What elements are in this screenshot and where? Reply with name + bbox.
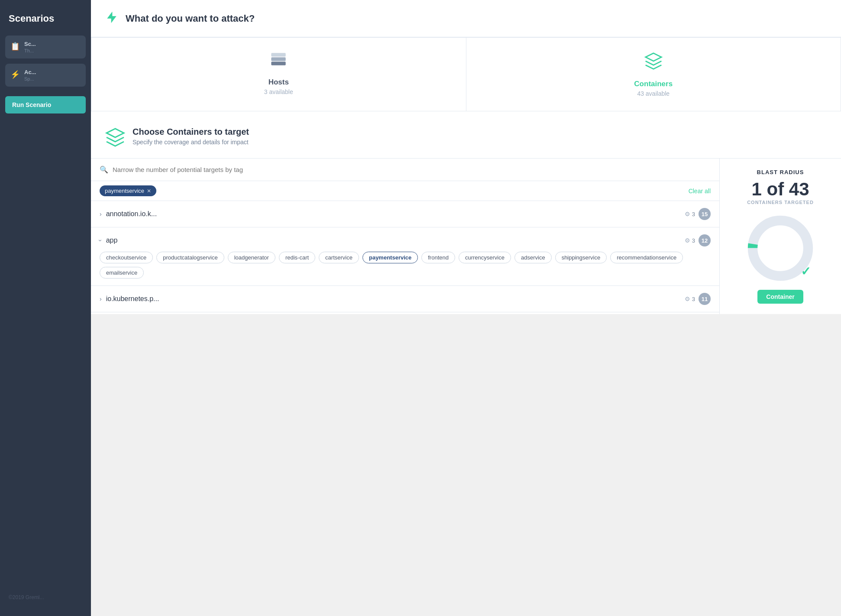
gear-meta-annotation: ⚙ 3 (685, 211, 695, 217)
choose-subtitle: Specify the coverage and details for imp… (133, 139, 249, 146)
gear-count-annotation: 3 (692, 211, 695, 217)
sidebar-card-scenarios[interactable]: 📋 Sc... Th... (5, 36, 86, 58)
sidebar-card-sub-2: Sp... (24, 76, 36, 81)
row-meta-kubernetes: ⚙ 3 11 (685, 293, 711, 305)
clear-all-button[interactable]: Clear all (689, 188, 711, 195)
active-tag-paymentservice[interactable]: paymentservice ✕ (100, 185, 156, 196)
attack-header-title: What do you want to attack? (126, 13, 255, 24)
list-row-annotation: › annotation.io.k... ⚙ 3 15 (91, 201, 719, 227)
sidebar-card-title-2: Ac... (24, 69, 36, 75)
gear-meta-app: ⚙ 3 (685, 237, 695, 244)
gear-count-kubernetes: 3 (692, 296, 695, 302)
chevron-right-icon-kubernetes[interactable]: › (100, 295, 102, 302)
remove-tag-button[interactable]: ✕ (147, 188, 151, 194)
hosts-subtitle: 3 available (264, 88, 293, 95)
sidebar-card-attacks[interactable]: ⚡ Ac... Sp... (5, 64, 86, 87)
sub-tag-emailservice[interactable]: emailservice (100, 267, 144, 279)
sub-tag-frontend[interactable]: frontend (421, 252, 455, 263)
svg-rect-3 (272, 53, 286, 56)
hosts-title: Hosts (268, 78, 289, 87)
chevron-right-icon-annotation[interactable]: › (100, 211, 102, 217)
sub-tag-cartservice[interactable]: cartservice (319, 252, 359, 263)
sub-tag-currencyservice[interactable]: currencyservice (459, 252, 511, 263)
row-meta-app: ⚙ 3 12 (685, 234, 711, 246)
chevron-down-icon-app[interactable]: › (97, 240, 104, 242)
hosts-card[interactable]: Hosts 3 available (91, 37, 466, 111)
sidebar: Scenarios 📋 Sc... Th... ⚡ Ac... Sp... Ru… (0, 0, 91, 616)
lightning-header-icon (105, 10, 119, 26)
row-name-app: app (106, 237, 680, 244)
sidebar-title: Scenarios (0, 9, 91, 33)
search-bar: 🔍 (91, 159, 719, 181)
tags-row: paymentservice ✕ Clear all (91, 181, 719, 201)
blast-radius-count: 1 of 43 (751, 179, 809, 200)
search-icon: 🔍 (100, 165, 108, 174)
svg-point-6 (760, 227, 801, 269)
sub-tag-productcatalogservice[interactable]: productcatalogservice (156, 252, 224, 263)
filter-area: 🔍 paymentservice ✕ Clear all › annotatio… (91, 159, 841, 314)
cube-icon (105, 127, 126, 148)
svg-rect-2 (272, 57, 286, 61)
containers-icon (644, 52, 663, 75)
blast-radius-label: CONTAINERS TARGETED (747, 200, 814, 205)
clipboard-icon: 📋 (10, 42, 20, 51)
lightning-icon-sidebar: ⚡ (10, 70, 20, 79)
sub-tag-checkoutservice[interactable]: checkoutservice (100, 252, 153, 263)
main-wrapper: What do you want to attack? Hosts 3 avai… (91, 0, 841, 314)
gear-icon-annotation: ⚙ (685, 211, 690, 217)
gear-count-app: 3 (692, 237, 695, 244)
count-badge-annotation: 15 (699, 208, 711, 220)
sidebar-card-sub-1: Th... (24, 48, 36, 53)
svg-marker-0 (107, 12, 116, 23)
active-tag-label: paymentservice (105, 188, 144, 194)
gear-meta-kubernetes: ⚙ 3 (685, 295, 695, 302)
filter-left: 🔍 paymentservice ✕ Clear all › annotatio… (91, 159, 720, 314)
sub-tag-adservice[interactable]: adservice (514, 252, 552, 263)
hosts-icon (270, 52, 287, 73)
svg-rect-1 (272, 62, 286, 65)
checkmark-icon: ✓ (801, 264, 811, 279)
sidebar-footer: ©2019 Greml... (0, 587, 91, 607)
gear-icon-kubernetes: ⚙ (685, 295, 690, 302)
search-input[interactable] (113, 166, 711, 173)
count-badge-kubernetes: 11 (699, 293, 711, 305)
list-row-kubernetes: › io.kubernetes.p... ⚙ 3 11 (91, 286, 719, 312)
row-name-kubernetes: io.kubernetes.p... (106, 295, 680, 303)
blast-radius-panel: BLAST RADIUS 1 of 43 CONTAINERS TARGETED (720, 159, 841, 314)
containers-card[interactable]: Containers 43 available (466, 37, 841, 111)
sub-tag-recommendationservice[interactable]: recommendationservice (610, 252, 683, 263)
sidebar-card-title-1: Sc... (24, 41, 36, 47)
containers-subtitle: 43 available (637, 90, 670, 97)
blast-radius-donut: ✓ (746, 214, 815, 283)
container-type-badge: Container (757, 290, 803, 304)
count-badge-app: 12 (699, 234, 711, 246)
gear-icon-app: ⚙ (685, 237, 690, 244)
sub-tag-loadgenerator[interactable]: loadgenerator (228, 252, 275, 263)
run-scenario-button[interactable]: Run Scenario (5, 96, 86, 113)
main-content: What do you want to attack? Hosts 3 avai… (91, 0, 841, 616)
row-meta-annotation: ⚙ 3 15 (685, 208, 711, 220)
choose-title: Choose Containers to target (133, 127, 249, 137)
blast-radius-title: BLAST RADIUS (757, 169, 804, 175)
sub-tags-app: checkoutservice productcatalogservice lo… (100, 252, 711, 279)
attack-header: What do you want to attack? (91, 0, 841, 37)
sub-tag-paymentservice[interactable]: paymentservice (362, 252, 418, 263)
row-name-annotation: annotation.io.k... (106, 210, 680, 218)
list-row-app: › app ⚙ 3 12 checkoutservice (91, 227, 719, 286)
target-type-cards: Hosts 3 available Containers 43 availabl… (91, 37, 841, 111)
choose-containers-section: Choose Containers to target Specify the … (91, 117, 841, 159)
sub-tag-shippingservice[interactable]: shippingservice (555, 252, 607, 263)
sub-tag-redis-cart[interactable]: redis-cart (279, 252, 315, 263)
containers-title: Containers (634, 80, 673, 88)
